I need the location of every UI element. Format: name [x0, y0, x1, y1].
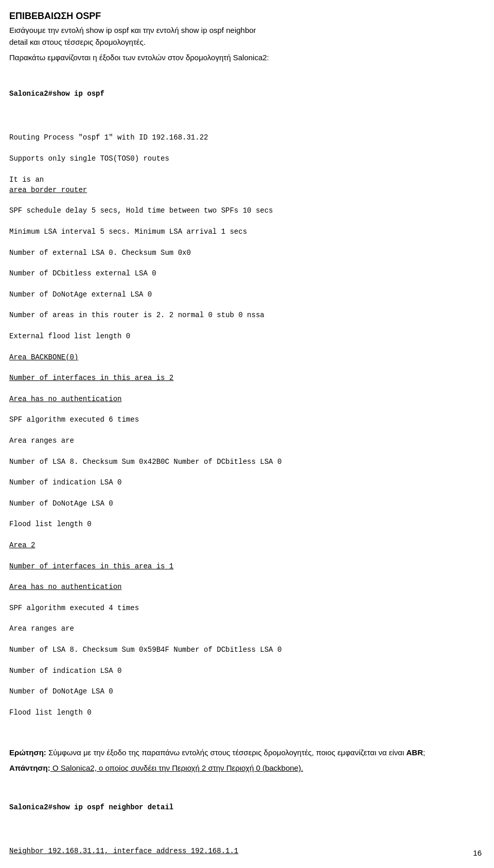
donotage-lsa-1-line: Number of DoNotAge LSA 0 [9, 498, 485, 509]
area2-line: Area 2 [9, 540, 485, 550]
answer-paragraph: Απάντηση: Ο Salonica2, ο οποίος συνδέει … [9, 762, 485, 774]
area-ranges-2-line: Area ranges are [9, 623, 485, 634]
no-auth-1-line: Area has no authentication [9, 394, 485, 404]
command2-block: Salonica2#show ip ospf neighbor detail [9, 782, 485, 834]
flood-list-line: External flood list length 0 [9, 331, 485, 341]
question-label: Ερώτηση: [9, 748, 46, 757]
question-abr: ABR [406, 748, 423, 757]
external-lsa-line: Number of external LSA 0. Checksum Sum 0… [9, 248, 485, 258]
supports-tos-line: Supports only single TOS(TOS0) routes [9, 153, 485, 164]
question-end: ; [423, 748, 425, 757]
question-paragraph: Ερώτηση: Σύμφωνα με την έξοδο της παραπά… [9, 747, 485, 759]
dcbitless-line: Number of DCbitless external LSA 0 [9, 268, 485, 279]
ospf-output-block: Routing Process "ospf 1" with ID 192.168… [9, 122, 485, 739]
lsa-8-checksum1-line: Number of LSA 8. Checksum Sum 0x42B0C Nu… [9, 457, 485, 467]
neighbor-output-block: Neighbor 192.168.31.11, interface addres… [9, 836, 485, 868]
donotage-lsa-2-line: Number of DoNotAge LSA 0 [9, 686, 485, 697]
no-auth-2-line: Area has no authentication [9, 582, 485, 592]
intro-line1: Εισάγουμε την εντολή show ip ospf και τη… [9, 26, 256, 34]
command1-block: Salonica2#show ip ospf [9, 68, 485, 120]
area-ranges-1-line: Area ranges are [9, 436, 485, 446]
spf-executed-6-line: SPF algorithm executed 6 times [9, 414, 485, 425]
question-text: Σύμφωνα με την έξοδο της παραπάνω εντολή… [46, 748, 407, 757]
command2-text: Salonica2#show ip ospf neighbor detail [9, 802, 485, 812]
intro-paragraph: Εισάγουμε την εντολή show ip ospf και τη… [9, 25, 485, 48]
routing-process-line: Routing Process "ospf 1" with ID 192.168… [9, 132, 485, 143]
area-border-router-line: It is an area border router [9, 175, 485, 196]
page-number: 16 [473, 847, 482, 859]
interfaces-area1-line: Number of interfaces in this area is 1 [9, 561, 485, 571]
area-border-router-underline: area border router [9, 185, 485, 195]
answer-text: Ο Salonica2, ο οποίος συνδέει την Περιοχ… [50, 763, 303, 772]
spf-executed-4-line: SPF algorithm executed 4 times [9, 603, 485, 613]
neighbor-line1: Neighbor 192.168.31.11, interface addres… [9, 846, 485, 856]
page-title: ΕΠΙΒΕΒΑΙΩΣΗ OSPF [9, 9, 485, 23]
lsa-8-checksum2-line: Number of LSA 8. Checksum Sum 0x59B4F Nu… [9, 645, 485, 655]
answer-label: Απάντηση: [9, 763, 50, 772]
spf-schedule-line: SPF schedule delay 5 secs, Hold time bet… [9, 205, 485, 216]
intro-line2: detail και στους τέσσερις δρομολογητές. [9, 38, 146, 46]
indication-lsa-2-line: Number of indication LSA 0 [9, 666, 485, 676]
areas-line: Number of areas in this router is 2. 2 n… [9, 310, 485, 320]
page-content: ΕΠΙΒΕΒΑΙΩΣΗ OSPF Εισάγουμε την εντολή sh… [9, 9, 485, 868]
donotage-line: Number of DoNotAge external LSA 0 [9, 289, 485, 300]
flood-list-2-line: Flood list length 0 [9, 707, 485, 718]
area-backbone-line: Area BACKBONE(0) [9, 352, 485, 362]
flood-list-1-line: Flood list length 0 [9, 519, 485, 529]
command1-text: Salonica2#show ip ospf [9, 89, 485, 99]
section1-intro: Παρακάτω εμφανίζονται η έξοδοι των εντολ… [9, 52, 485, 64]
interfaces-area2-line: Number of interfaces in this area is 2 [9, 373, 485, 383]
indication-lsa-1-line: Number of indication LSA 0 [9, 477, 485, 488]
min-lsa-interval-line: Minimum LSA interval 5 secs. Minimum LSA… [9, 227, 485, 237]
